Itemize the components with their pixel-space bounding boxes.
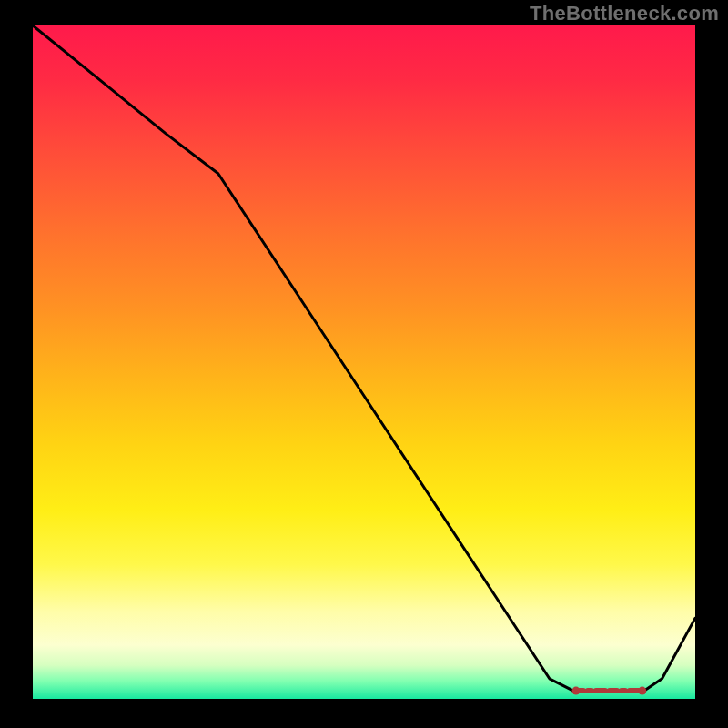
optimal-range-markers [571, 687, 646, 695]
bottleneck-curve [33, 25, 695, 693]
watermark-text: TheBottleneck.com [530, 2, 719, 25]
plot-area [33, 25, 695, 699]
optimal-range-endpoint [571, 687, 580, 695]
chart-svg [33, 25, 695, 699]
chart-container: TheBottleneck.com [0, 0, 728, 728]
optimal-range-endpoint [638, 687, 646, 695]
